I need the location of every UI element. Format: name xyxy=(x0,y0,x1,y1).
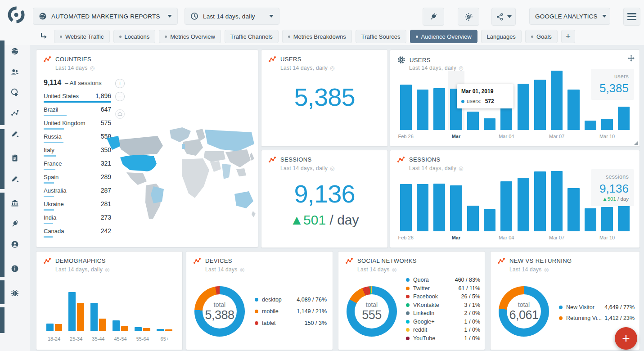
bar-mar-07[interactable] xyxy=(551,71,563,130)
tab-languages[interactable]: Languages xyxy=(481,30,522,43)
bar-mar-02[interactable] xyxy=(467,206,479,231)
map-zoom-in-button[interactable]: + xyxy=(115,79,125,88)
gear-icon[interactable] xyxy=(397,56,405,64)
bar-mar-07[interactable] xyxy=(551,171,563,231)
world-icon[interactable] xyxy=(11,47,19,55)
demographics-group-65+ xyxy=(155,292,174,331)
bar-mar-10[interactable] xyxy=(601,119,613,130)
tab-website-traffic[interactable]: Website Traffic xyxy=(54,30,110,43)
legend-value: 1 / 0% xyxy=(464,335,480,342)
account-icon[interactable] xyxy=(11,240,19,248)
bar-mar-01[interactable] xyxy=(450,185,462,231)
tab-audience-overview[interactable]: Audience Overview xyxy=(410,30,477,43)
country-bar xyxy=(44,128,64,130)
main-menu-button[interactable] xyxy=(623,8,640,26)
edit-icon[interactable] xyxy=(11,130,19,138)
delta-value: ▲501 xyxy=(290,212,326,227)
demographics-bar-series-blue[interactable] xyxy=(68,292,76,331)
dashboard-content: COUNTRIES Last 14 days◎ 9,114 – All sess… xyxy=(30,45,644,351)
scatter-chart-icon[interactable] xyxy=(11,109,19,117)
bar-mar-03[interactable] xyxy=(484,118,495,130)
demographics-bar-series-blue[interactable] xyxy=(135,327,142,331)
demographics-bar-series-blue[interactable] xyxy=(46,324,54,331)
time-range-dropdown[interactable]: Last 14 days, daily xyxy=(185,8,279,25)
demographics-bar-series-orange[interactable] xyxy=(55,324,62,331)
bar-mar-09[interactable] xyxy=(585,208,596,231)
bar-feb-28[interactable] xyxy=(433,184,445,231)
demographics-bar-series-orange[interactable] xyxy=(77,303,84,331)
resize-grip[interactable] xyxy=(634,141,638,145)
bar-mar-08[interactable] xyxy=(567,188,579,231)
bar-mar-11[interactable] xyxy=(618,107,630,130)
demographics-bar-series-blue[interactable] xyxy=(113,320,120,331)
alerts-toggle-button[interactable] xyxy=(458,8,479,26)
bar-feb-26[interactable] xyxy=(400,184,412,231)
share-dropdown-button[interactable] xyxy=(491,8,516,26)
datasource-dropdown[interactable]: GOOGLE ANALYTICS xyxy=(529,8,610,25)
bar-mar-09[interactable] xyxy=(585,121,596,130)
donut-total-value: 555 xyxy=(362,308,382,322)
chevron-down-icon xyxy=(602,15,607,18)
x-tick-label xyxy=(464,235,481,242)
demographics-bar-series-orange[interactable] xyxy=(99,319,106,331)
world-map[interactable] xyxy=(103,126,256,229)
legend-item: Twitter61 / 11% xyxy=(406,284,480,293)
bar-mar-02[interactable] xyxy=(467,112,479,130)
bar-mar-04[interactable] xyxy=(500,181,512,231)
legend-value: 1,412 / 23% xyxy=(604,315,635,321)
bar-mar-06[interactable] xyxy=(534,80,546,130)
tab-traffic-sources[interactable]: Traffic Sources xyxy=(356,30,406,43)
world-pointer-icon[interactable] xyxy=(11,88,19,96)
legend-dot-icon xyxy=(559,316,563,320)
bar-feb-27[interactable] xyxy=(417,90,428,130)
bar-mar-06[interactable] xyxy=(534,171,546,231)
bank-icon[interactable] xyxy=(11,199,19,207)
bar-cell xyxy=(448,171,464,231)
move-widget-icon[interactable] xyxy=(627,54,635,62)
tab-metrics-breakdowns[interactable]: Metrics Breakdowns xyxy=(282,30,352,43)
integrations-button[interactable] xyxy=(423,8,444,26)
users-chart-legend: users 5,385 xyxy=(591,69,634,100)
map-home-button[interactable] xyxy=(115,109,125,119)
donut-total-value: 5,388 xyxy=(205,308,234,322)
bar-mar-05[interactable] xyxy=(518,178,529,231)
new-vs-returning-donut-chart[interactable]: total 6,061 xyxy=(499,286,549,337)
bar-mar-03[interactable] xyxy=(484,209,495,231)
country-name: Ukraine xyxy=(44,201,64,207)
report-selector-dropdown[interactable]: AUTOMATED MARKETING REPORTS xyxy=(33,8,178,25)
tab-goals[interactable]: Goals xyxy=(525,30,558,43)
bug-icon[interactable] xyxy=(11,289,19,297)
legend-name: Google+ xyxy=(413,319,435,325)
clipboard-icon[interactable] xyxy=(11,154,19,162)
demographics-bar-series-orange[interactable] xyxy=(143,328,150,331)
devices-donut-chart[interactable]: total 5,388 xyxy=(194,286,245,337)
bar-mar-05[interactable] xyxy=(518,84,529,130)
tab-metrics-overview[interactable]: Metrics Overview xyxy=(159,30,221,43)
widget-title: DEMOGRAPHICS xyxy=(55,257,106,264)
sidebar-group-indicator xyxy=(0,280,5,304)
info-icon[interactable] xyxy=(11,265,19,273)
add-tab-button[interactable]: + xyxy=(561,30,575,43)
bar-mar-10[interactable] xyxy=(601,207,613,231)
tab-dot-icon xyxy=(288,36,290,38)
map-zoom-out-button[interactable]: − xyxy=(115,92,125,101)
legend-name: desktop xyxy=(262,297,282,303)
tab-traffic-channels[interactable]: Traffic Channels xyxy=(225,30,279,43)
team-icon[interactable] xyxy=(11,68,19,76)
demographics-bar-series-orange[interactable] xyxy=(121,326,128,331)
bar-mar-08[interactable] xyxy=(567,90,579,130)
demographics-bar-series-blue[interactable] xyxy=(90,303,98,331)
tab-locations[interactable]: Locations xyxy=(113,30,156,43)
edit-icon[interactable] xyxy=(11,175,19,183)
bar-cell xyxy=(414,71,431,130)
bar-feb-28[interactable] xyxy=(433,88,445,130)
demographics-bar-series-orange[interactable] xyxy=(165,329,172,331)
bar-feb-26[interactable] xyxy=(400,85,412,130)
add-widget-fab[interactable]: + xyxy=(615,327,637,350)
demographics-bar-series-blue[interactable] xyxy=(157,329,164,331)
plug-icon[interactable] xyxy=(11,220,19,228)
octoboard-logo[interactable] xyxy=(6,4,27,25)
bar-feb-27[interactable] xyxy=(417,184,428,231)
social-donut-chart[interactable]: total 555 xyxy=(347,286,397,337)
widget-subtitle: Last 14 days, daily◎ xyxy=(55,266,110,273)
